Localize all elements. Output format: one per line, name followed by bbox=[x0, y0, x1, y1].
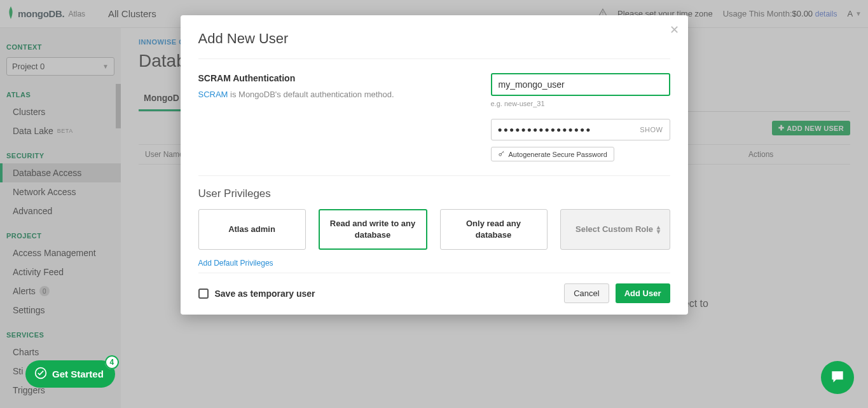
password-input[interactable]: ●●●●●●●●●●●●●●●● SHOW bbox=[491, 119, 670, 140]
checkbox-icon bbox=[198, 289, 209, 299]
save-as-temporary-checkbox[interactable]: Save as temporary user bbox=[198, 289, 315, 299]
priv-option-read-only[interactable]: Only read any database bbox=[440, 209, 548, 250]
up-down-icon: ▲▼ bbox=[656, 225, 662, 234]
add-default-privileges-link[interactable]: Add Default Privileges bbox=[198, 259, 273, 268]
chat-icon bbox=[829, 369, 846, 387]
key-icon bbox=[498, 150, 505, 158]
priv-option-custom-role[interactable]: Select Custom Role ▲▼ bbox=[560, 209, 670, 250]
chat-button[interactable] bbox=[821, 361, 854, 394]
scram-link[interactable]: SCRAM bbox=[198, 90, 228, 99]
check-circle-icon bbox=[34, 367, 47, 381]
priv-option-atlas-admin[interactable]: Atlas admin bbox=[198, 209, 306, 250]
add-user-button[interactable]: Add User bbox=[616, 283, 670, 303]
svg-point-2 bbox=[499, 154, 501, 156]
username-input[interactable] bbox=[491, 73, 670, 96]
get-started-count-badge: 4 bbox=[105, 355, 119, 369]
svg-line-4 bbox=[502, 152, 503, 153]
add-user-modal: ✕ Add New User SCRAM Authentication SCRA… bbox=[181, 15, 688, 315]
modal-title: Add New User bbox=[198, 31, 670, 47]
autogenerate-password-button[interactable]: Autogenerate Secure Password bbox=[491, 147, 614, 161]
close-icon[interactable]: ✕ bbox=[670, 23, 679, 37]
scram-desc: SCRAM is MongoDB's default authenticatio… bbox=[198, 90, 478, 99]
cancel-button[interactable]: Cancel bbox=[564, 283, 609, 303]
priv-option-read-write[interactable]: Read and write to any database bbox=[319, 209, 427, 250]
username-hint: e.g. new-user_31 bbox=[491, 100, 670, 107]
scram-title: SCRAM Authentication bbox=[198, 73, 478, 83]
show-password-button[interactable]: SHOW bbox=[640, 126, 663, 133]
get-started-button[interactable]: Get Started 4 bbox=[25, 360, 115, 388]
privileges-title: User Privileges bbox=[198, 187, 670, 200]
